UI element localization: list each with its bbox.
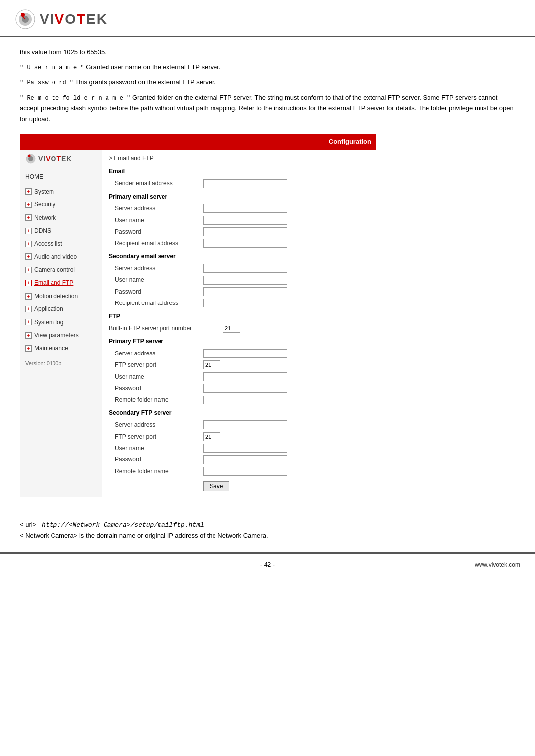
primary-ftp-title: Primary FTP server bbox=[109, 336, 369, 346]
svg-point-6 bbox=[28, 155, 31, 157]
secondary-recipient-input[interactable] bbox=[203, 299, 287, 307]
expand-icon-access-list: + bbox=[25, 241, 32, 247]
sidebar-item-access-list[interactable]: + Access list bbox=[20, 237, 102, 250]
secondary-server-address-input[interactable] bbox=[203, 264, 287, 273]
pftp-folder-label: Remote folder name bbox=[109, 395, 203, 404]
pftp-port-label: FTP server port bbox=[109, 360, 203, 370]
primary-recipient-input[interactable] bbox=[203, 239, 287, 248]
sidebar-item-system[interactable]: + System bbox=[20, 185, 102, 198]
breadcrumb: > Email and FTP bbox=[109, 153, 369, 163]
builtin-port-row: Built-in FTP server port number bbox=[109, 323, 369, 333]
sftp-password-input[interactable] bbox=[203, 455, 287, 464]
sidebar-item-view-params[interactable]: + View parameters bbox=[20, 329, 102, 342]
secondary-username-label: User name bbox=[109, 275, 203, 285]
builtin-port-input[interactable] bbox=[223, 324, 240, 333]
sidebar-logo: VIVOTEK bbox=[20, 150, 102, 170]
expand-icon-security: + bbox=[25, 202, 32, 208]
config-header: Configuration bbox=[20, 134, 376, 149]
sender-input[interactable] bbox=[203, 179, 287, 188]
primary-username-input[interactable] bbox=[203, 216, 287, 225]
intro-line2-label: " U se r n a m e " bbox=[20, 64, 84, 71]
expand-icon-maintenance: + bbox=[25, 345, 32, 352]
primary-recipient-label: Recipient email address bbox=[109, 238, 203, 248]
expand-icon-system-log: + bbox=[25, 319, 32, 325]
pftp-server-input[interactable] bbox=[203, 349, 287, 358]
sidebar-label-network: Network bbox=[34, 213, 56, 223]
page-number: - 42 - bbox=[260, 561, 275, 568]
secondary-ftp-title: Secondary FTP server bbox=[109, 408, 369, 418]
expand-icon-audio-video: + bbox=[25, 253, 32, 260]
expand-icon-view-params: + bbox=[25, 332, 32, 339]
sidebar-label-view-params: View parameters bbox=[34, 330, 79, 340]
intro-content: this value from 1025 to 65535. " U se r … bbox=[0, 37, 535, 516]
sidebar-item-maintenance[interactable]: + Maintenance bbox=[20, 342, 102, 354]
pftp-password-input[interactable] bbox=[203, 384, 287, 393]
sftp-username-label: User name bbox=[109, 443, 203, 453]
sidebar-label-motion: Motion detection bbox=[34, 291, 78, 301]
sftp-server-row: Server address bbox=[109, 420, 369, 430]
pftp-username-row: User name bbox=[109, 372, 369, 382]
pftp-username-label: User name bbox=[109, 372, 203, 382]
sidebar-item-email-ftp[interactable]: + Email and FTP bbox=[20, 276, 102, 289]
secondary-password-input[interactable] bbox=[203, 287, 287, 296]
sidebar-item-network[interactable]: + Network bbox=[20, 211, 102, 224]
sender-label: Sender email address bbox=[109, 178, 203, 188]
sidebar-label-system-log: System log bbox=[34, 317, 63, 327]
sidebar-item-camera-control[interactable]: + Camera control bbox=[20, 263, 102, 276]
primary-username-label: User name bbox=[109, 215, 203, 225]
config-body: VIVOTEK HOME + System + Security + Netwo… bbox=[20, 150, 376, 497]
sidebar-label-ddns: DDNS bbox=[34, 226, 51, 236]
intro-line4: " Re m o te fo ld e r n a m e " Granted … bbox=[20, 92, 515, 125]
sftp-username-input[interactable] bbox=[203, 444, 287, 453]
sidebar-item-audio-video[interactable]: + Audio and video bbox=[20, 251, 102, 263]
primary-recipient-row: Recipient email address bbox=[109, 238, 369, 248]
sidebar-label-application: Application bbox=[34, 304, 63, 314]
svg-point-5 bbox=[28, 156, 33, 161]
secondary-password-row: Password bbox=[109, 287, 369, 297]
sidebar-item-application[interactable]: + Application bbox=[20, 302, 102, 315]
intro-line3: " Pa ssw o rd " This grants password on … bbox=[20, 77, 515, 88]
sftp-server-input[interactable] bbox=[203, 420, 287, 429]
primary-password-label: Password bbox=[109, 227, 203, 237]
primary-server-address-input[interactable] bbox=[203, 204, 287, 213]
sidebar-label-audio-video: Audio and video bbox=[34, 252, 77, 262]
sftp-folder-input[interactable] bbox=[203, 467, 287, 476]
primary-password-row: Password bbox=[109, 227, 369, 237]
sidebar-item-ddns[interactable]: + DDNS bbox=[20, 224, 102, 237]
pftp-folder-input[interactable] bbox=[203, 396, 287, 404]
expand-icon-network: + bbox=[25, 214, 32, 221]
pftp-port-input[interactable] bbox=[203, 360, 220, 369]
save-button[interactable]: Save bbox=[203, 481, 229, 491]
config-panel: Configuration VIVOTEK HOME + bbox=[20, 134, 376, 497]
intro-line3-label: " Pa ssw o rd " bbox=[20, 79, 73, 86]
sidebar-item-motion[interactable]: + Motion detection bbox=[20, 290, 102, 302]
ftp-title: FTP bbox=[109, 311, 369, 321]
expand-icon-ddns: + bbox=[25, 228, 32, 234]
primary-email-title: Primary email server bbox=[109, 192, 369, 202]
sftp-folder-row: Remote folder name bbox=[109, 466, 369, 476]
sidebar-item-security[interactable]: + Security bbox=[20, 198, 102, 211]
sidebar-home[interactable]: HOME bbox=[20, 169, 102, 185]
sender-row: Sender email address bbox=[109, 178, 369, 188]
sftp-port-input[interactable] bbox=[203, 432, 220, 441]
secondary-username-input[interactable] bbox=[203, 276, 287, 285]
sftp-port-row: FTP server port bbox=[109, 432, 369, 442]
secondary-server-address-row: Server address bbox=[109, 263, 369, 273]
url-prefix: < url> bbox=[20, 521, 36, 528]
secondary-recipient-label: Recipient email address bbox=[109, 298, 203, 308]
secondary-email-title: Secondary email server bbox=[109, 252, 369, 261]
sidebar-logo-text: VIVOTEK bbox=[38, 153, 72, 165]
sftp-folder-label: Remote folder name bbox=[109, 466, 203, 476]
pftp-password-label: Password bbox=[109, 383, 203, 393]
primary-password-input[interactable] bbox=[203, 227, 287, 236]
intro-line3-rest: This grants password on the external FTP… bbox=[75, 78, 215, 86]
sftp-password-label: Password bbox=[109, 454, 203, 464]
sftp-server-label: Server address bbox=[109, 420, 203, 430]
sidebar-label-email-ftp: Email and FTP bbox=[34, 278, 73, 288]
pftp-folder-row: Remote folder name bbox=[109, 395, 369, 404]
sftp-password-row: Password bbox=[109, 454, 369, 464]
sidebar-item-system-log[interactable]: + System log bbox=[20, 316, 102, 329]
sidebar-label-maintenance: Maintenance bbox=[34, 343, 68, 353]
pftp-username-input[interactable] bbox=[203, 372, 287, 381]
save-row: Save bbox=[109, 481, 369, 491]
